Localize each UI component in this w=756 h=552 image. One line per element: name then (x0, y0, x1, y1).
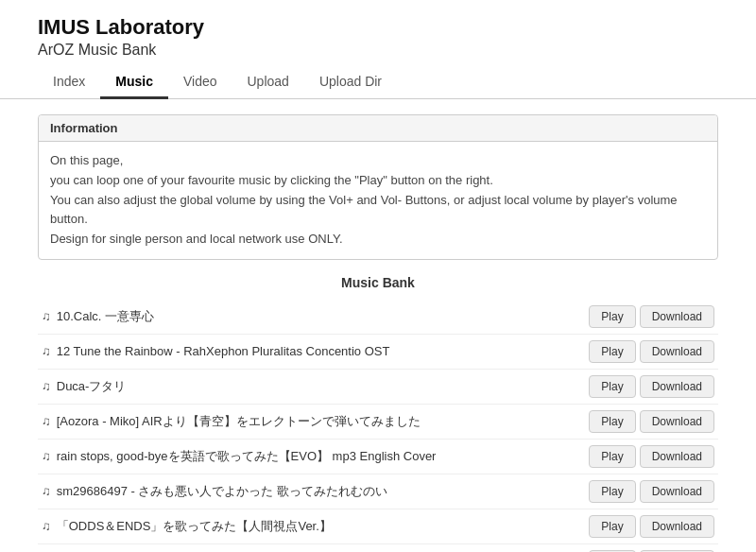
table-row: ♫sm29686497 - さみも悪い人でよかった 歌ってみたれむのいPlayD… (38, 474, 718, 509)
table-row: ♫「ODDS＆ENDS」を歌ってみた【人間視点Ver.】PlayDownload (38, 509, 718, 544)
main-nav: IndexMusicVideoUploadUpload Dir (0, 66, 756, 99)
table-row: ♫rain stops, good-byeを英語で歌ってみた【EVO】 mp3 … (38, 440, 718, 474)
music-note-icon: ♫ (42, 519, 51, 533)
track-actions: PlayDownload (589, 305, 714, 328)
download-button[interactable]: Download (640, 410, 714, 433)
play-button[interactable]: Play (589, 340, 635, 363)
music-bank: Music Bank ♫10.Calc. 一意専心PlayDownload♫12… (38, 275, 718, 552)
track-name: ♫10.Calc. 一意専心 (42, 308, 154, 325)
track-actions: PlayDownload (589, 480, 714, 503)
music-note-icon: ♫ (42, 344, 51, 358)
download-button[interactable]: Download (640, 340, 714, 363)
download-button[interactable]: Download (640, 375, 714, 398)
info-line: you can loop one of your favourite music… (50, 171, 706, 191)
info-box-header: Information (39, 115, 717, 142)
nav-item-index[interactable]: Index (38, 66, 100, 99)
nav-item-video[interactable]: Video (168, 66, 232, 99)
track-actions: PlayDownload (589, 375, 714, 398)
music-bank-title: Music Bank (38, 275, 718, 290)
track-name: ♫[Aozora - Miko] AIRより【青空】をエレクトーンで弾いてみまし… (42, 413, 421, 430)
track-actions: PlayDownload (589, 515, 714, 538)
track-name: ♫sm29686497 - さみも悪い人でよかった 歌ってみたれむのい (42, 483, 387, 500)
table-row: ♫12 Tune the Rainbow - RahXephon Plurali… (38, 335, 718, 370)
download-button[interactable]: Download (640, 445, 714, 468)
nav-item-upload-dir[interactable]: Upload Dir (304, 66, 397, 99)
track-actions: PlayDownload (589, 445, 714, 468)
info-line: On this page, (50, 151, 706, 171)
track-name: ♫12 Tune the Rainbow - RahXephon Plurali… (42, 344, 389, 358)
table-row: ♫[Aozora - Miko] AIRより【青空】をエレクトーンで弾いてみまし… (38, 405, 718, 440)
track-name: ♫rain stops, good-byeを英語で歌ってみた【EVO】 mp3 … (42, 448, 436, 465)
track-actions: PlayDownload (589, 340, 714, 363)
app-title: IMUS Laboratory (38, 15, 718, 40)
table-row: ♫Duca-フタリPlayDownload (38, 370, 718, 405)
table-row: ♫『TRANCE REMIX』 Sword Art Online II - OP… (38, 544, 718, 552)
play-button[interactable]: Play (589, 410, 635, 433)
info-line: You can also adjust the global volume by… (50, 191, 706, 231)
play-button[interactable]: Play (589, 480, 635, 503)
play-button[interactable]: Play (589, 375, 635, 398)
nav-item-music[interactable]: Music (100, 66, 168, 99)
info-box: Information On this page,you can loop on… (38, 114, 718, 260)
table-row: ♫10.Calc. 一意専心PlayDownload (38, 300, 718, 335)
music-note-icon: ♫ (42, 484, 51, 498)
track-name: ♫Duca-フタリ (42, 378, 126, 395)
track-actions: PlayDownload (589, 410, 714, 433)
nav-item-upload[interactable]: Upload (232, 66, 304, 99)
info-line: Design for single person and local netwo… (50, 230, 706, 250)
play-button[interactable]: Play (589, 445, 635, 468)
info-box-body: On this page,you can loop one of your fa… (39, 142, 717, 259)
music-note-icon: ♫ (42, 414, 51, 428)
download-button[interactable]: Download (640, 305, 714, 328)
track-name: ♫「ODDS＆ENDS」を歌ってみた【人間視点Ver.】 (42, 518, 332, 535)
app-subtitle: ArOZ Music Bank (38, 42, 718, 59)
play-button[interactable]: Play (589, 515, 635, 538)
track-list: ♫10.Calc. 一意専心PlayDownload♫12 Tune the R… (38, 300, 718, 552)
play-button[interactable]: Play (589, 305, 635, 328)
download-button[interactable]: Download (640, 480, 714, 503)
download-button[interactable]: Download (640, 515, 714, 538)
music-note-icon: ♫ (42, 449, 51, 463)
music-note-icon: ♫ (42, 379, 51, 393)
music-note-icon: ♫ (42, 309, 51, 323)
